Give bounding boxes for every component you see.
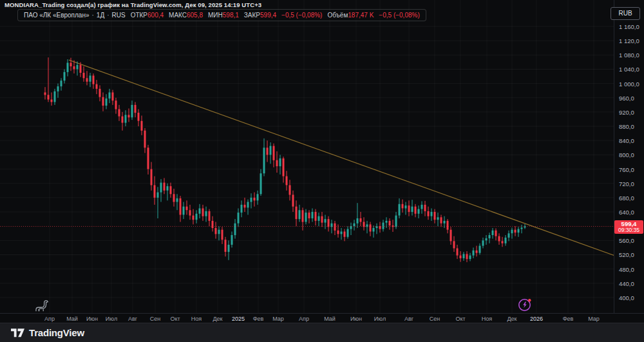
x-axis-month-label: Дек: [213, 316, 222, 322]
x-axis-month-label: Мар: [272, 316, 284, 322]
legend-separator: ·: [107, 12, 109, 19]
y-axis-tick-label: 1 160,0: [619, 23, 639, 30]
high-label: МАКС: [169, 12, 187, 19]
open-label: ОТКР: [131, 12, 147, 19]
x-axis-month-label: Ноя: [191, 316, 202, 322]
lightning-sticker-icon[interactable]: [516, 296, 533, 313]
y-axis-tick-label: 1 120,0: [619, 37, 639, 44]
y-axis-tick-label: 920,0: [619, 108, 634, 115]
volume-label: Объём: [327, 12, 348, 19]
y-axis-tick-label: 1 080,0: [619, 52, 639, 59]
x-axis-month-label: Апр: [299, 316, 309, 322]
x-axis-month-label: Июн: [86, 316, 98, 322]
y-axis-tick-label: 480,0: [619, 265, 634, 272]
x-axis-year-label: 2026: [530, 316, 543, 322]
tradingview-logo-text: TradingView: [29, 327, 84, 338]
x-axis-month-label: Апр: [44, 316, 55, 322]
price-scale[interactable]: 1 160,01 120,01 080,01 040,01 000,0960,0…: [614, 0, 644, 313]
currency-toggle-button[interactable]: RUB: [611, 7, 640, 20]
symbol-legend[interactable]: ПАО «ЛК «Европлан» · 1Д · RUS ОТКР 600,4…: [17, 9, 426, 21]
y-axis-tick-label: 1 040,0: [619, 66, 639, 73]
x-axis-year-label: 2025: [232, 316, 245, 322]
y-axis-tick-label: 1 000,0: [619, 80, 639, 87]
y-axis-tick-label: 840,0: [619, 137, 634, 144]
x-axis-month-label: Май: [324, 316, 336, 322]
notification-dot: [528, 299, 531, 301]
y-axis-tick-label: 400,0: [619, 294, 634, 301]
symbol-name: ПАО «ЛК «Европлан»: [24, 12, 89, 19]
last-price-badge[interactable]: 599,4 09:30:35: [614, 220, 643, 234]
x-axis-month-label: Май: [66, 316, 78, 322]
y-axis-tick-label: 640,0: [619, 209, 634, 216]
y-axis-tick-label: 720,0: [619, 180, 634, 187]
x-axis-month-label: Окт: [170, 316, 180, 322]
y-axis-tick-label: 560,0: [619, 237, 634, 244]
tradingview-logo-mark: [11, 328, 24, 337]
x-axis-month-label: Окт: [455, 316, 465, 322]
high-value: 605,8: [187, 12, 203, 19]
change-value: −0,5 (−0,08%): [281, 12, 322, 19]
open-value: 600,4: [147, 12, 164, 19]
interval-value: 1Д: [97, 12, 104, 19]
time-scale[interactable]: АпрМайИюнИюлАвгСенОктНояДек2025ФевМарАпр…: [0, 313, 644, 323]
y-axis-tick-label: 520,0: [619, 251, 634, 258]
price-chart-canvas[interactable]: [0, 0, 614, 313]
volume-value: 187,47 K: [348, 12, 374, 19]
tradingview-chart-window: MONDIARA_Trading создал(а) график на Tra…: [0, 0, 644, 342]
y-axis-tick-label: 440,0: [619, 280, 634, 287]
x-axis-month-label: Мар: [588, 316, 600, 322]
volume-change-value: −0,5 (−0,08%): [379, 12, 419, 19]
x-axis-month-label: Июн: [350, 316, 362, 322]
bottom-toolbar: TradingView: [0, 323, 644, 342]
y-axis-tick-label: 680,0: [619, 194, 634, 201]
x-axis-month-label: Авг: [128, 316, 137, 322]
x-axis-month-label: Ноя: [482, 316, 492, 322]
y-axis-tick-label: 880,0: [619, 123, 634, 130]
low-value: 598,1: [223, 12, 239, 19]
x-axis-month-label: Сен: [150, 316, 160, 322]
x-axis-month-label: Сен: [430, 316, 440, 322]
x-axis-month-label: Дек: [507, 316, 516, 322]
low-label: МИН: [208, 12, 223, 19]
x-axis-month-label: Фев: [253, 316, 264, 322]
close-label: ЗАКР: [244, 12, 260, 19]
close-value: 599,4: [260, 12, 276, 19]
y-axis-tick-label: 800,0: [619, 151, 634, 158]
bar-countdown: 09:30:35: [614, 227, 643, 234]
x-axis-month-label: Авг: [404, 316, 413, 322]
y-axis-tick-label: 960,0: [619, 94, 634, 101]
x-axis-month-label: Июл: [106, 316, 117, 322]
x-axis-month-label: Фев: [563, 316, 574, 322]
y-axis-tick-label: 760,0: [619, 166, 634, 173]
legend-separator: ·: [91, 12, 93, 19]
x-axis-month-label: Июл: [374, 316, 386, 322]
exchange-value: RUS: [112, 12, 126, 19]
dino-sticker-icon[interactable]: [32, 297, 49, 314]
tradingview-logo[interactable]: TradingView: [11, 327, 84, 338]
